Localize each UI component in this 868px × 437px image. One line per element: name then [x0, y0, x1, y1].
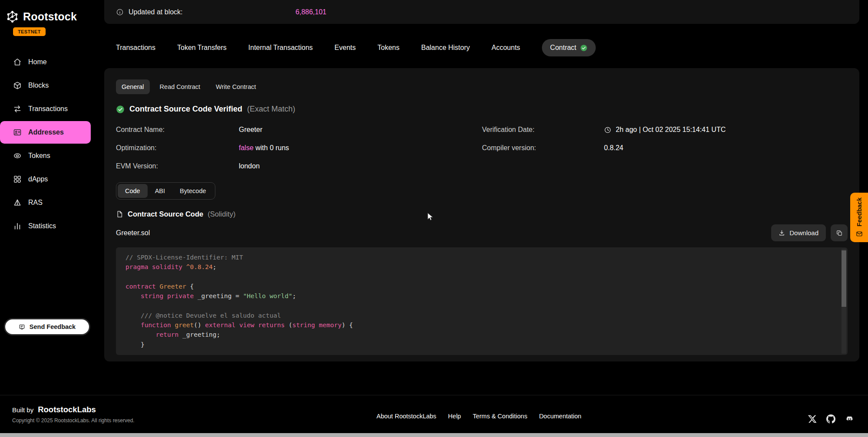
dapps-icon	[13, 175, 22, 184]
footer: Built by RootstockLabs Copyright © 2025 …	[0, 395, 868, 433]
code-line	[125, 301, 838, 310]
sidebar-item-label: RAS	[28, 199, 43, 207]
code-line: // SPDX-License-Identifier: MIT	[125, 253, 838, 262]
subtab-general[interactable]: General	[116, 79, 150, 94]
code-tab-abi[interactable]: ABI	[148, 184, 172, 198]
send-feedback-label: Send Feedback	[30, 323, 76, 330]
tab-label: Balance History	[421, 44, 470, 51]
code-scrollbar[interactable]	[842, 249, 846, 354]
tab-label: Tokens	[377, 44, 399, 51]
updated-at-block-label: Updated at block:	[129, 8, 183, 16]
blocks-icon	[13, 81, 22, 90]
file-row: Greeter.sol Download	[116, 224, 848, 241]
download-button[interactable]: Download	[771, 224, 826, 241]
sidebar-item-label: Home	[28, 58, 47, 66]
field-label: Compiler version:	[482, 144, 604, 152]
feedback-form-icon	[19, 324, 25, 330]
tab-accounts[interactable]: Accounts	[492, 44, 520, 52]
field-label: EVM Version:	[116, 162, 239, 170]
discord-icon[interactable]	[845, 414, 854, 424]
source-code-block[interactable]: // SPDX-License-Identifier: MITpragma so…	[116, 247, 848, 355]
sidebar-item-label: Transactions	[28, 105, 68, 113]
tab-label: Token Transfers	[177, 44, 227, 51]
sidebar: Rootstock TESTNET HomeBlocksTransactions…	[0, 0, 95, 391]
tab-events[interactable]: Events	[334, 44, 356, 52]
code-tab-code[interactable]: Code	[118, 184, 148, 198]
code-line: string private _greeting = "Hello world"…	[125, 291, 838, 301]
verified-title: Contract Source Code Verified	[129, 105, 242, 114]
subtab-read-contract[interactable]: Read Contract	[154, 79, 206, 94]
tab-internal-transactions[interactable]: Internal Transactions	[248, 44, 313, 52]
sidebar-item-addresses[interactable]: Addresses	[0, 121, 91, 144]
code-tab-bytecode[interactable]: Bytecode	[172, 184, 213, 198]
code-scrollbar-thumb[interactable]	[842, 250, 846, 307]
tab-transactions[interactable]: Transactions	[116, 44, 155, 52]
tab-tokens[interactable]: Tokens	[377, 44, 399, 52]
rootstock-logo[interactable]: Rootstock	[0, 0, 95, 24]
built-by-row: Built by RootstockLabs	[12, 405, 135, 414]
tab-label: Transactions	[116, 44, 155, 51]
field-value-text: false with 0 runs	[239, 144, 289, 152]
x-icon[interactable]	[808, 414, 817, 424]
source-code-language: (Solidity)	[208, 210, 235, 218]
main-content: Updated at block: 6,886,101 Transactions…	[95, 0, 868, 361]
feedback-tab-label: Feedback	[856, 197, 863, 227]
code-line: /// @notice Devuelve el saludo actual	[125, 311, 838, 320]
contract-field-row: Contract Name:GreeterVerification Date:2…	[116, 121, 848, 139]
sidebar-item-dapps[interactable]: dApps	[0, 168, 95, 191]
clock-icon	[604, 126, 611, 134]
footer-link-terms-conditions[interactable]: Terms & Conditions	[473, 413, 528, 420]
code-line: contract Greeter {	[125, 282, 838, 291]
source-title-row: Contract Source Code (Solidity)	[116, 210, 848, 218]
rootstocklabs-link[interactable]: RootstockLabs	[38, 405, 96, 414]
footer-link-help[interactable]: Help	[448, 413, 461, 420]
tab-bar: TransactionsToken TransfersInternal Tran…	[104, 39, 859, 57]
sidebar-item-home[interactable]: Home	[0, 51, 95, 73]
footer-link-about-rootstocklabs[interactable]: About RootstockLabs	[376, 413, 436, 420]
subtab-write-contract[interactable]: Write Contract	[210, 79, 261, 94]
sidebar-nav: HomeBlocksTransactionsAddressesTokensdAp…	[0, 51, 95, 237]
field-value: 0.8.24	[604, 144, 848, 152]
contract-card: GeneralRead ContractWrite Contract Contr…	[104, 68, 859, 361]
sidebar-item-statistics[interactable]: Statistics	[0, 215, 95, 237]
field-value: london	[239, 162, 482, 170]
horizontal-scrollbar[interactable]	[0, 433, 868, 437]
verified-check-icon	[116, 105, 125, 114]
github-icon[interactable]	[826, 414, 835, 424]
tab-label: Accounts	[492, 44, 520, 51]
sidebar-item-ras[interactable]: RAS	[0, 191, 95, 214]
contract-verified-check-icon	[580, 44, 587, 52]
sidebar-item-label: Statistics	[28, 222, 56, 230]
field-label: Verification Date:	[482, 126, 604, 134]
verified-row: Contract Source Code Verified (Exact Mat…	[116, 105, 848, 114]
field-value: false with 0 runs	[239, 144, 482, 152]
code-line	[125, 272, 838, 282]
sidebar-item-transactions[interactable]: Transactions	[0, 98, 95, 120]
send-feedback-button[interactable]: Send Feedback	[4, 318, 90, 335]
addresses-icon	[13, 128, 22, 137]
copy-icon	[836, 230, 843, 237]
footer-link-documentation[interactable]: Documentation	[539, 413, 581, 420]
download-label: Download	[789, 229, 818, 237]
contract-field-row: Optimization:false with 0 runsCompiler v…	[116, 139, 848, 157]
code-lines: // SPDX-License-Identifier: MITpragma so…	[125, 253, 838, 349]
block-number-link[interactable]: 6,886,101	[296, 8, 327, 16]
document-icon	[116, 210, 123, 218]
contract-field-row: EVM Version:london	[116, 157, 848, 175]
source-code-title: Contract Source Code	[128, 210, 203, 218]
tokens-icon	[13, 151, 22, 160]
field-value-text: london	[239, 162, 260, 170]
tab-token-transfers[interactable]: Token Transfers	[177, 44, 227, 52]
sidebar-item-label: Addresses	[28, 128, 64, 136]
feedback-side-tab[interactable]: Feedback	[850, 193, 868, 242]
transactions-icon	[13, 105, 22, 113]
copy-button[interactable]	[831, 224, 848, 241]
ras-icon	[13, 198, 22, 207]
tab-contract[interactable]: Contract	[542, 39, 596, 56]
sidebar-item-blocks[interactable]: Blocks	[0, 74, 95, 97]
code-line: return _greeting;	[125, 330, 838, 339]
contract-subtabs: GeneralRead ContractWrite Contract	[116, 79, 848, 94]
tab-balance-history[interactable]: Balance History	[421, 44, 470, 52]
info-icon	[116, 8, 124, 16]
sidebar-item-tokens[interactable]: Tokens	[0, 145, 95, 167]
